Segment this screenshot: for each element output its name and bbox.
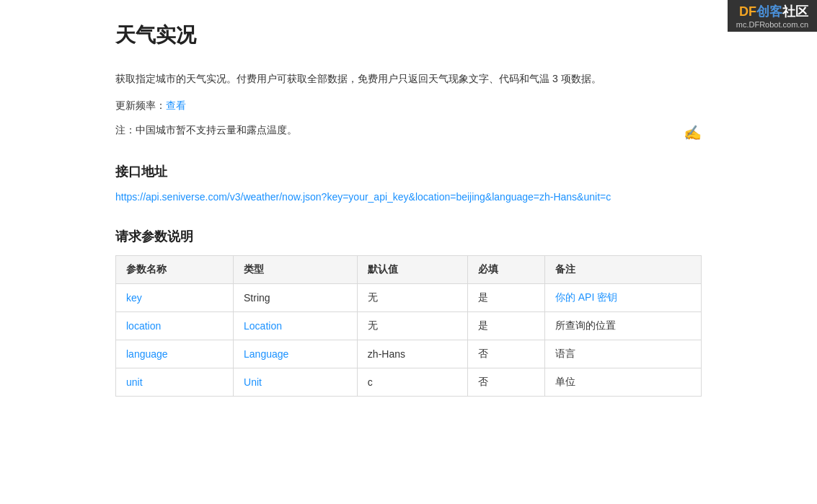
- param-notes: 所查询的位置: [544, 311, 701, 340]
- param-type-link[interactable]: Unit: [244, 376, 262, 388]
- comment-icon[interactable]: ✍: [684, 124, 702, 141]
- param-name: location: [116, 311, 234, 340]
- site-url: mc.DFRobot.com.cn: [736, 20, 808, 29]
- col-header-notes: 备注: [544, 255, 701, 283]
- page-title: 天气实况: [115, 22, 702, 49]
- param-type[interactable]: Unit: [234, 368, 358, 396]
- brand-df: DF: [739, 4, 756, 19]
- top-bar: DF创客社区 mc.DFRobot.com.cn: [728, 0, 817, 32]
- param-default: zh-Hans: [357, 340, 467, 368]
- brand-shequn: 社区: [782, 4, 808, 19]
- description-text: 获取指定城市的天气实况。付费用户可获取全部数据，免费用户只返回天气现象文字、代码…: [115, 71, 702, 88]
- param-type[interactable]: Location: [234, 311, 358, 340]
- main-content: 天气实况 获取指定城市的天气实况。付费用户可获取全部数据，免费用户只返回天气现象…: [0, 0, 817, 425]
- table-row: key String 无 是 你的 API 密钥: [116, 283, 702, 311]
- param-default: c: [357, 368, 467, 396]
- table-row: unit Unit c 否 单位: [116, 368, 702, 396]
- brand-chuangke: 创客: [756, 4, 782, 19]
- update-rate: 更新频率：查看: [115, 100, 702, 112]
- param-type[interactable]: Language: [234, 340, 358, 368]
- param-required: 否: [467, 368, 544, 396]
- api-url[interactable]: https://api.seniverse.com/v3/weather/now…: [115, 189, 702, 206]
- param-required: 是: [467, 283, 544, 311]
- update-rate-label: 更新频率：: [115, 100, 166, 111]
- table-row: location Location 无 是 所查询的位置: [116, 311, 702, 340]
- table-row: language Language zh-Hans 否 语言: [116, 340, 702, 368]
- col-header-type: 类型: [234, 255, 358, 283]
- note-section: 注：中国城市暂不支持云量和露点温度。 ✍: [115, 124, 702, 141]
- params-section: 请求参数说明 参数名称 类型 默认值 必填 备注 key String 无 是: [115, 228, 702, 397]
- param-name: language: [116, 340, 234, 368]
- param-required: 否: [467, 340, 544, 368]
- col-header-name: 参数名称: [116, 255, 234, 283]
- params-section-title: 请求参数说明: [115, 228, 702, 245]
- params-table-header: 参数名称 类型 默认值 必填 备注: [116, 255, 702, 283]
- update-rate-link[interactable]: 查看: [166, 100, 186, 111]
- param-notes: 单位: [544, 368, 701, 396]
- note-content: 中国城市暂不支持云量和露点温度。: [136, 124, 297, 136]
- note-label: 注：: [115, 124, 136, 136]
- api-section-title: 接口地址: [115, 163, 702, 180]
- param-default: 无: [357, 311, 467, 340]
- col-header-required: 必填: [467, 255, 544, 283]
- param-default: 无: [357, 283, 467, 311]
- param-type: String: [234, 283, 358, 311]
- param-type-link[interactable]: Language: [244, 348, 288, 360]
- brand-logo: DF创客社区: [739, 3, 808, 20]
- note-text: 注：中国城市暂不支持云量和露点温度。: [115, 124, 669, 137]
- params-table: 参数名称 类型 默认值 必填 备注 key String 无 是 你的 API …: [115, 255, 702, 397]
- param-notes: 语言: [544, 340, 701, 368]
- param-required: 是: [467, 311, 544, 340]
- params-table-body: key String 无 是 你的 API 密钥 location Locati…: [116, 283, 702, 396]
- param-name: unit: [116, 368, 234, 396]
- param-type-link[interactable]: Location: [244, 320, 282, 332]
- param-notes[interactable]: 你的 API 密钥: [544, 283, 701, 311]
- col-header-default: 默认值: [357, 255, 467, 283]
- param-name: key: [116, 283, 234, 311]
